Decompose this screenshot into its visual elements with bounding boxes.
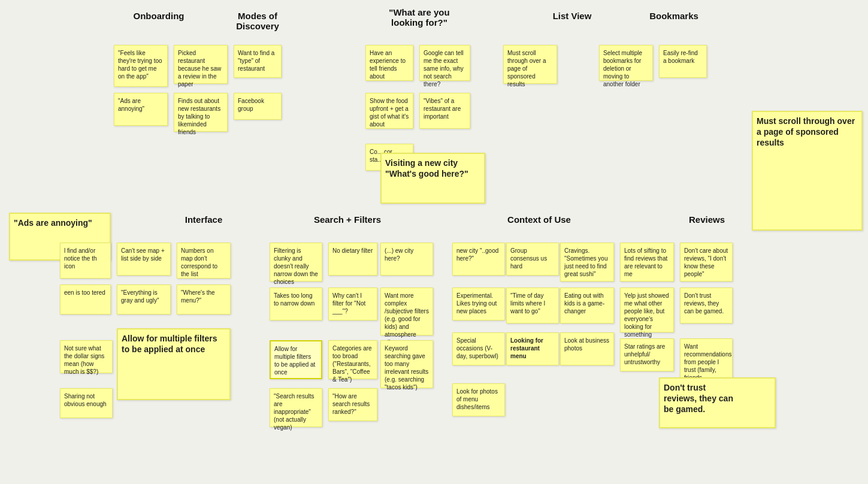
sticky-multi-filter-callout[interactable]: Allow for multiple filters to be applied… bbox=[117, 328, 231, 400]
sticky-s27[interactable]: Why can't I filter for "Not ___"? bbox=[328, 288, 377, 320]
sticky-s7[interactable]: Have an experience to tell friends about bbox=[365, 45, 413, 81]
sticky-s5[interactable]: Want to find a "type" of restaurant bbox=[234, 45, 282, 78]
sticky-s15[interactable]: l find and/or notice the th icon bbox=[60, 243, 111, 279]
sticky-s1[interactable]: "Feels like they're trying too hard to g… bbox=[114, 45, 168, 87]
sticky-s26[interactable]: Takes too long to narrow down bbox=[270, 288, 322, 320]
sticky-s42[interactable]: Look at business photos bbox=[560, 332, 614, 365]
sticky-dont-trust-callout[interactable]: Don't trustreviews, they canbe gamed. bbox=[659, 377, 776, 428]
sticky-s17[interactable]: Numbers on map don't correspond to the l… bbox=[177, 243, 231, 279]
sticky-s13[interactable]: Select multiple bookmarks for deletion o… bbox=[599, 45, 653, 81]
sticky-s39[interactable]: Eating out with kids is a game-changer bbox=[560, 288, 614, 323]
section-title-what: "What are youlooking for?" bbox=[383, 7, 455, 28]
section-title-bookmarks: Bookmarks bbox=[638, 11, 710, 21]
sticky-s45[interactable]: Don't care about reviews, "I don't know … bbox=[680, 243, 733, 282]
affinity-board: OnboardingModes of Discovery"What are yo… bbox=[0, 0, 868, 484]
sticky-must-scroll-callout[interactable]: Must scroll through over a page of spons… bbox=[752, 111, 863, 231]
sticky-s28[interactable]: Want more complex /subjective filters (e… bbox=[380, 288, 433, 335]
sticky-s43[interactable]: Look for photos of menu dishes/items bbox=[452, 383, 505, 416]
section-title-reviews: Reviews bbox=[671, 214, 743, 225]
sticky-s35[interactable]: Group consensus us hard bbox=[506, 243, 559, 276]
sticky-s25[interactable]: (...) ew city here? bbox=[380, 243, 433, 276]
sticky-s38[interactable]: "Time of day limits where I want to go" bbox=[506, 288, 559, 323]
sticky-s2[interactable]: "Ads are annoying" bbox=[114, 93, 168, 126]
sticky-s18[interactable]: een is too tered bbox=[60, 285, 111, 314]
sticky-s29[interactable]: Allow for multiple filters to be applied… bbox=[270, 340, 322, 379]
sticky-s3[interactable]: Picked restaurant because he saw a revie… bbox=[174, 45, 228, 84]
sticky-s46[interactable]: Yelp just showed me what other people li… bbox=[620, 288, 674, 332]
section-title-onboarding: Onboarding bbox=[123, 11, 195, 21]
section-title-searchfilters: Search + Filters bbox=[311, 214, 383, 225]
sticky-s40[interactable]: Special occasions (V-day, superbowl) bbox=[452, 332, 505, 365]
sticky-s16[interactable]: Can't see map + list side by side bbox=[117, 243, 171, 276]
sticky-s23[interactable]: Filtering is clunky and doesn't really n… bbox=[270, 243, 322, 282]
sticky-s36[interactable]: Cravings. "Sometimes you just need to fi… bbox=[560, 243, 614, 282]
sticky-s33[interactable]: "How are search results ranked?" bbox=[328, 388, 377, 421]
section-title-interface: Interface bbox=[168, 214, 240, 225]
sticky-s22[interactable]: Sharing not obvious enough bbox=[60, 388, 113, 418]
sticky-visiting-callout[interactable]: Visiting a new city"What's good here?" bbox=[380, 153, 485, 204]
sticky-s12[interactable]: Must scroll through over a page of spons… bbox=[503, 45, 557, 84]
sticky-s47[interactable]: Don't trust reviews, they can be gamed. bbox=[680, 288, 733, 323]
sticky-s24[interactable]: No dietary filter bbox=[328, 243, 377, 276]
sticky-s6[interactable]: Facebook group bbox=[234, 93, 282, 120]
sticky-s32[interactable]: "Search results are inappropriate" (not … bbox=[270, 388, 322, 427]
sticky-s9[interactable]: Show the food upfront + get a gist of wh… bbox=[365, 93, 413, 129]
section-title-listview: List View bbox=[536, 11, 608, 21]
section-title-modes: Modes of Discovery bbox=[222, 11, 294, 31]
sticky-s19[interactable]: "Everything is gray and ugly" bbox=[117, 285, 171, 314]
sticky-s49[interactable]: Want recommendations from people I trust… bbox=[680, 338, 733, 380]
sticky-s10[interactable]: "Vibes" of a restaurant are important bbox=[419, 93, 470, 129]
sticky-s34[interactable]: new city "..good here?" bbox=[452, 243, 505, 276]
sticky-s4[interactable]: Finds out about new restaurants by talki… bbox=[174, 93, 228, 132]
sticky-s41[interactable]: Looking for restaurant menu bbox=[506, 332, 559, 365]
sticky-s30[interactable]: Categories are too broad ("Restaurants, … bbox=[328, 340, 377, 379]
sticky-s14[interactable]: Easily re-find a bookmark bbox=[659, 45, 707, 78]
sticky-s44[interactable]: Lots of sifting to find reviews that are… bbox=[620, 243, 674, 282]
sticky-s20[interactable]: "Where's the menu?" bbox=[177, 285, 231, 314]
sticky-s8[interactable]: Google can tell me the exact same info, … bbox=[419, 45, 470, 81]
section-title-contextuse: Context of Use bbox=[503, 214, 575, 225]
sticky-s37[interactable]: Experimental. Likes trying out new place… bbox=[452, 288, 505, 320]
sticky-s21[interactable]: Not sure what the dollar signs mean (how… bbox=[60, 340, 113, 373]
sticky-s48[interactable]: Star ratings are unhelpful/ untrustworth… bbox=[620, 338, 674, 371]
sticky-s31[interactable]: Keyword searching gave too many irreleva… bbox=[380, 340, 433, 388]
